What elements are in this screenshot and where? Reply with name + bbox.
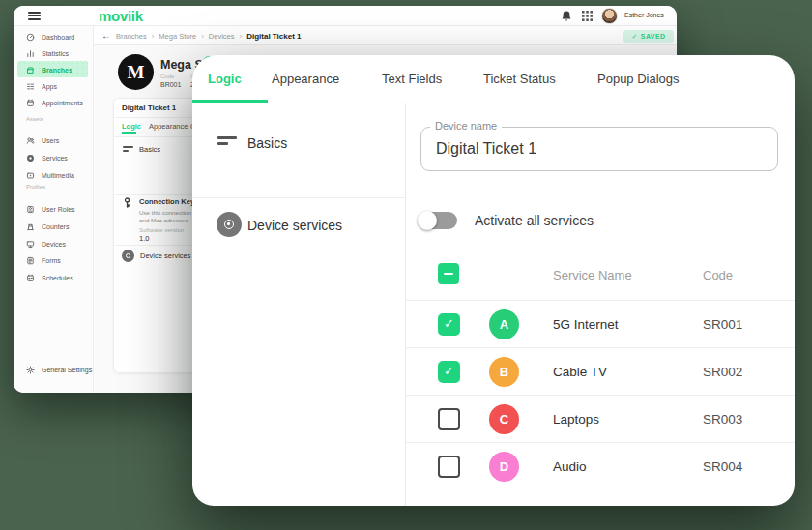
breadcrumb: ← Branches › Mega Store › Devices › Digi… [102, 26, 302, 45]
sidebar-item-services[interactable]: Services [14, 150, 94, 165]
breadcrumb-branches[interactable]: Branches [116, 32, 147, 41]
service-checkbox[interactable] [438, 456, 460, 478]
sidebar-item-dashboard[interactable]: Dashboard [14, 29, 94, 44]
column-divider [405, 103, 406, 506]
service-name: Laptops [553, 412, 599, 427]
key-icon [123, 197, 131, 208]
chevron-right-icon: › [201, 32, 204, 41]
software-version-value: 1.0 [139, 234, 149, 243]
branches-icon [26, 66, 35, 74]
multimedia-icon [26, 171, 35, 180]
panel-title: Digital Ticket 1 [122, 103, 176, 112]
tab-text-fields[interactable]: Text Fields [382, 55, 442, 103]
select-all-checkbox[interactable] [438, 263, 459, 284]
active-tab-indicator [122, 132, 136, 134]
modal-nav-device-services[interactable]: Device services [247, 218, 342, 233]
services-icon [26, 154, 35, 162]
service-checkbox[interactable] [438, 408, 460, 430]
activate-all-toggle[interactable] [420, 212, 457, 229]
service-checkbox[interactable] [438, 361, 460, 383]
devices-icon [26, 240, 35, 249]
panel-device-services-label[interactable]: Device services [140, 251, 191, 260]
sidebar-item-multimedia[interactable]: Multimedia [14, 167, 94, 183]
sidebar-item-devices[interactable]: Devices [14, 236, 94, 251]
tune-icon [123, 146, 134, 152]
device-settings-modal: Logic Appearance Text Fields Ticket Stat… [192, 55, 795, 506]
modal-tab-bar: Logic Appearance Text Fields Ticket Stat… [192, 55, 795, 103]
active-tab-indicator [192, 100, 268, 103]
service-name: Audio [553, 459, 587, 474]
tune-icon [218, 136, 239, 145]
hamburger-menu-button[interactable] [28, 12, 41, 20]
panel-basics-label[interactable]: Basics [139, 145, 160, 154]
tab-ticket-status[interactable]: Ticket Status [483, 55, 556, 103]
service-avatar: B [489, 357, 519, 387]
statistics-icon [26, 49, 35, 58]
dashboard-icon [26, 33, 35, 42]
users-icon [26, 136, 35, 145]
bell-icon[interactable] [561, 10, 572, 22]
sidebar-item-schedules[interactable]: Schedules [14, 270, 94, 285]
user-avatar[interactable] [601, 8, 618, 24]
software-version-label: Software version [139, 226, 184, 233]
sidebar-item-users[interactable]: Users [14, 132, 94, 148]
sidebar-section-profiles: Profiles [26, 184, 45, 190]
sidebar-item-branches[interactable]: Branches [14, 62, 94, 77]
service-code: SR002 [703, 365, 742, 379]
forms-icon [26, 256, 35, 265]
service-code: SR004 [703, 459, 742, 474]
counters-icon [26, 222, 35, 231]
sidebar-item-statistics[interactable]: Statistics [14, 45, 94, 61]
device-name-value: Digital Ticket 1 [436, 127, 536, 171]
connection-key-title: Connection Key [139, 197, 194, 206]
panel-tab-appearance[interactable]: Appearance [149, 122, 188, 131]
service-checkbox[interactable] [438, 313, 460, 336]
sidebar-item-forms[interactable]: Forms [14, 252, 94, 268]
breadcrumb-mega-store[interactable]: Mega Store [159, 32, 196, 41]
column-header-service-name: Service Name [553, 268, 632, 282]
app-logo: moviik [99, 8, 143, 24]
check-icon: ✓ [632, 33, 638, 41]
schedules-icon [26, 274, 35, 282]
service-name: Cable TV [553, 365, 607, 379]
tab-appearance[interactable]: Appearance [272, 55, 339, 103]
service-avatar: C [489, 404, 519, 434]
activate-all-label: Activate all services [475, 213, 594, 228]
services-circle-icon [217, 212, 242, 237]
toggle-knob [418, 211, 437, 230]
column-header-code: Code [703, 268, 733, 282]
row-divider [406, 442, 795, 443]
connection-key-desc-2: and Mac adresses [139, 217, 188, 223]
tab-popup-dialogs[interactable]: Popup Dialogs [597, 55, 680, 103]
sidebar-item-user-roles[interactable]: User Roles [14, 201, 94, 217]
sidebar-section-assets: Assets [26, 116, 44, 122]
panel-tab-logic[interactable]: Logic [122, 122, 141, 131]
breadcrumb-devices[interactable]: Devices [209, 32, 235, 41]
sidebar-item-counters[interactable]: Counters [14, 219, 94, 234]
nav-divider [192, 197, 405, 198]
services-circle-icon [122, 250, 134, 262]
modal-nav-basics[interactable]: Basics [247, 135, 287, 151]
sidebar-item-appointments[interactable]: Appointments [14, 95, 94, 110]
row-divider [406, 347, 795, 348]
top-bar: moviik Esther Jones [14, 6, 677, 26]
tab-logic[interactable]: Logic [208, 55, 242, 103]
appointments-icon [26, 99, 35, 107]
back-arrow-icon[interactable]: ← [102, 31, 111, 41]
store-logo: M [118, 54, 154, 90]
sidebar-item-apps[interactable]: Apps [14, 78, 94, 94]
sub-header: ← Branches › Mega Store › Devices › Digi… [94, 26, 677, 45]
status-badge-saved: ✓ SAVED [624, 30, 674, 43]
sidebar: Dashboard Statistics Branches Apps Appoi… [14, 26, 94, 393]
user-roles-icon [26, 205, 35, 214]
service-avatar: A [489, 309, 519, 339]
code-label: Code [160, 74, 174, 79]
sidebar-item-general-settings[interactable]: General Settings [14, 362, 94, 377]
service-code: SR001 [703, 317, 742, 332]
row-divider [406, 300, 795, 301]
chevron-right-icon: › [240, 32, 243, 41]
apps-grid-icon[interactable] [582, 11, 593, 21]
breadcrumb-current: Digital Ticket 1 [246, 32, 301, 41]
code-value: BR001 [160, 81, 181, 88]
apps-icon [26, 82, 35, 91]
